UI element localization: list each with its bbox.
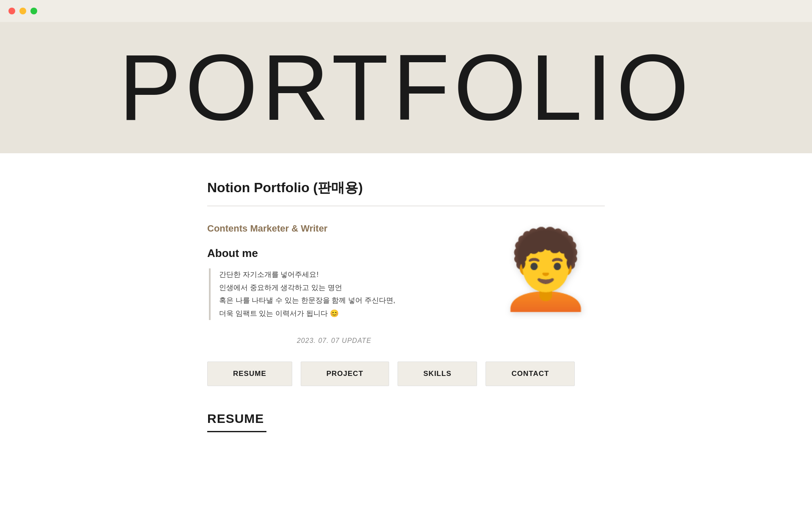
window-chrome: [0, 0, 812, 22]
skills-button[interactable]: SKILLS: [398, 362, 477, 386]
quote-line-3: 혹은 나를 나타낼 수 있는 한문장을 함께 넣어 주신다면,: [219, 294, 461, 307]
quote-line-1: 간단한 자기소개를 넣어주세요!: [219, 268, 461, 282]
contact-button[interactable]: CONTACT: [486, 362, 575, 386]
quote-line-4: 더욱 임팩트 있는 이력서가 됩니다 😊: [219, 307, 461, 320]
resume-heading: RESUME: [207, 411, 605, 426]
profile-left: Contents Marketer & Writer About me 간단한 …: [207, 223, 461, 345]
page-title: Notion Portfolio (판매용): [207, 179, 605, 197]
hero-banner: PORTFOLIO: [0, 22, 812, 153]
update-date: 2023. 07. 07 UPDATE: [207, 337, 461, 345]
avatar-container: 🧑‍🦱: [486, 223, 605, 316]
avatar: 🧑‍🦱: [498, 232, 593, 308]
minimize-button[interactable]: [19, 8, 26, 14]
traffic-lights: [8, 8, 37, 14]
main-content: Notion Portfolio (판매용) Contents Marketer…: [173, 153, 639, 458]
title-divider: [207, 206, 605, 206]
resume-section: RESUME: [207, 411, 605, 432]
quote-block: 간단한 자기소개를 넣어주세요! 인생에서 중요하게 생각하고 있는 명언 혹은…: [209, 268, 461, 320]
nav-buttons: RESUME PROJECT SKILLS CONTACT: [207, 362, 605, 386]
maximize-button[interactable]: [30, 8, 37, 14]
resume-button[interactable]: RESUME: [207, 362, 292, 386]
about-heading: About me: [207, 247, 461, 260]
resume-underline: [207, 431, 266, 432]
profile-section: Contents Marketer & Writer About me 간단한 …: [207, 223, 605, 345]
close-button[interactable]: [8, 8, 15, 14]
hero-title: PORTFOLIO: [119, 41, 693, 134]
job-title: Contents Marketer & Writer: [207, 223, 461, 234]
project-button[interactable]: PROJECT: [301, 362, 389, 386]
quote-line-2: 인생에서 중요하게 생각하고 있는 명언: [219, 282, 461, 295]
